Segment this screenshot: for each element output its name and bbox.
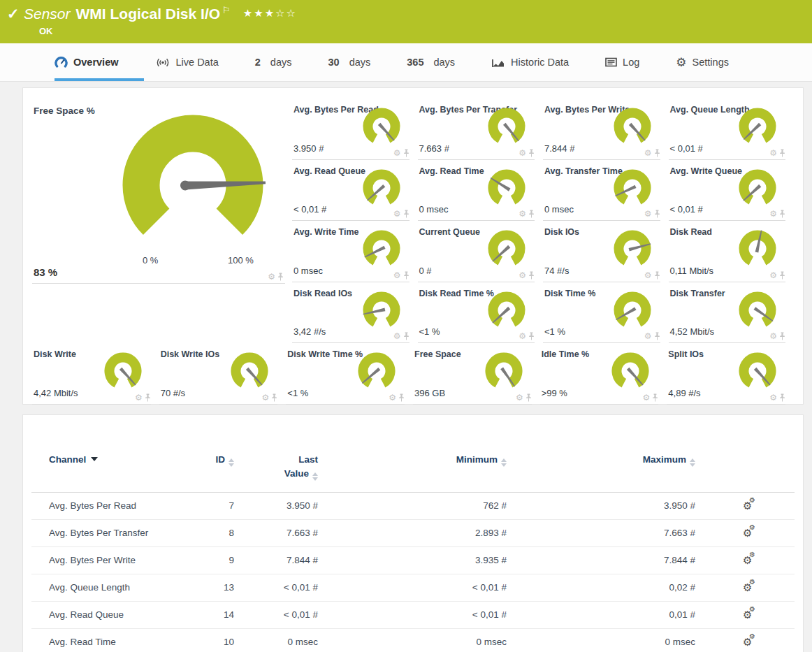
pin-icon[interactable] bbox=[654, 210, 660, 218]
gauge-label: Disk Write bbox=[34, 349, 76, 359]
gear-icon[interactable]: ⚙ bbox=[519, 149, 526, 157]
gear-icon[interactable]: ⚙ bbox=[389, 393, 396, 402]
channel-table-body: Avg. Bytes Per Read 7 3.950 # 762 # 3.95… bbox=[31, 492, 795, 652]
gauge-value: 0 # bbox=[419, 266, 432, 276]
tab-day-count: 365 bbox=[407, 57, 423, 68]
tab-historic-data[interactable]: Historic Data bbox=[491, 57, 569, 68]
pin-icon[interactable] bbox=[779, 210, 785, 218]
gauge-label: Disk Transfer bbox=[670, 289, 725, 298]
gauge-value: <1 % bbox=[544, 326, 565, 337]
status-badge: OK bbox=[39, 26, 53, 36]
pin-icon[interactable] bbox=[277, 273, 284, 281]
table-row: Avg. Read Queue 14 < 0,01 # < 0,01 # 0,0… bbox=[31, 601, 795, 628]
area-chart-icon bbox=[491, 57, 505, 68]
live-data-icon bbox=[155, 57, 171, 68]
pin-icon[interactable] bbox=[403, 210, 409, 218]
gear-icon[interactable]: ⚙ bbox=[519, 210, 526, 218]
gear-icon[interactable]: ⚙ bbox=[644, 149, 652, 157]
gear-icon[interactable]: ⚙ bbox=[393, 149, 401, 157]
gear-icon[interactable]: ⚙ bbox=[135, 393, 143, 402]
pin-icon[interactable] bbox=[528, 210, 535, 218]
gear-icon[interactable]: ⚙ bbox=[769, 149, 777, 157]
gauge-cell: Disk Write Time % <1 % ⚙ bbox=[286, 343, 413, 405]
gauge-dial bbox=[737, 352, 778, 392]
gauge-value: < 0,01 # bbox=[670, 143, 703, 154]
gear-icon[interactable]: ⚙ bbox=[393, 271, 401, 280]
pin-icon[interactable] bbox=[528, 271, 535, 280]
pin-icon[interactable] bbox=[654, 332, 660, 340]
gear-icon[interactable]: ⚙ bbox=[769, 332, 777, 340]
pin-icon[interactable] bbox=[652, 393, 658, 402]
log-icon bbox=[605, 57, 617, 67]
pin-icon[interactable] bbox=[525, 393, 532, 402]
column-header-minimum[interactable]: Minimum bbox=[318, 444, 507, 492]
channel-settings-icon[interactable]: ⚙⚙ bbox=[743, 555, 752, 565]
gauge-dial bbox=[737, 107, 778, 147]
pin-icon[interactable] bbox=[779, 271, 785, 280]
priority-stars[interactable]: ★★★☆☆ bbox=[243, 7, 297, 19]
pin-icon[interactable] bbox=[403, 271, 409, 280]
tab-365-days[interactable]: 365 days bbox=[407, 57, 455, 68]
pin-icon[interactable] bbox=[398, 393, 405, 402]
column-header-id[interactable]: ID bbox=[192, 444, 234, 492]
channel-id: 13 bbox=[192, 574, 234, 601]
gear-icon[interactable]: ⚙ bbox=[519, 271, 526, 280]
pin-icon[interactable] bbox=[145, 393, 151, 402]
gear-icon[interactable]: ⚙ bbox=[769, 393, 777, 402]
gear-icon[interactable]: ⚙ bbox=[644, 332, 652, 340]
sort-caret-icon bbox=[91, 457, 98, 461]
gear-icon[interactable]: ⚙ bbox=[769, 210, 777, 218]
gear-icon[interactable]: ⚙ bbox=[393, 332, 401, 340]
pin-icon[interactable] bbox=[779, 393, 785, 402]
gear-icon[interactable]: ⚙ bbox=[262, 393, 270, 402]
pin-icon[interactable] bbox=[528, 332, 535, 340]
pin-icon[interactable] bbox=[271, 393, 277, 402]
gear-icon[interactable]: ⚙ bbox=[643, 393, 651, 402]
tab-30-days[interactable]: 30 days bbox=[328, 57, 370, 68]
tab-label: Historic Data bbox=[511, 57, 569, 68]
gauge-value: <1 % bbox=[419, 326, 440, 337]
gauge-dial bbox=[611, 107, 653, 147]
stars-empty: ☆☆ bbox=[275, 7, 297, 19]
pin-icon[interactable] bbox=[779, 332, 785, 340]
pin-icon[interactable] bbox=[403, 149, 409, 157]
channel-settings-icon[interactable]: ⚙⚙ bbox=[743, 500, 752, 511]
gauge-row-bottom: Disk Write 4,42 Mbit/s ⚙ Disk Write IOs … bbox=[32, 343, 794, 405]
gear-icon[interactable]: ⚙ bbox=[519, 332, 526, 340]
gear-icon[interactable]: ⚙ bbox=[769, 271, 777, 280]
primary-gauge-cell: Free Space % 0 % 100 % 83 % ⚙ bbox=[32, 99, 292, 284]
tab-live-data[interactable]: Live Data bbox=[155, 57, 219, 68]
column-header-channel[interactable]: Channel bbox=[31, 444, 192, 492]
pin-icon[interactable] bbox=[779, 149, 785, 157]
tab-log[interactable]: Log bbox=[605, 57, 639, 68]
flag-icon[interactable]: ⚐ bbox=[222, 5, 231, 15]
gear-icon[interactable]: ⚙ bbox=[644, 210, 652, 218]
gauge-cell: Avg. Bytes Per Transfer 7.663 # ⚙ bbox=[418, 99, 544, 160]
pin-icon[interactable] bbox=[654, 149, 660, 157]
channel-settings-icon[interactable]: ⚙⚙ bbox=[743, 528, 752, 538]
pin-icon[interactable] bbox=[528, 149, 535, 157]
tab-2-days[interactable]: 2 days bbox=[255, 57, 292, 68]
gauge-dial bbox=[483, 352, 525, 392]
tab-overview[interactable]: Overview bbox=[55, 57, 119, 68]
gauge-cell: Avg. Write Time 0 msec ⚙ bbox=[292, 221, 418, 282]
channel-settings-icon[interactable]: ⚙⚙ bbox=[743, 582, 752, 593]
pin-icon[interactable] bbox=[654, 271, 660, 280]
tab-settings[interactable]: ⚙ Settings bbox=[676, 57, 729, 68]
tab-label: Settings bbox=[693, 57, 729, 68]
tab-label: days bbox=[270, 57, 292, 68]
column-header-last-value[interactable]: Last Value bbox=[234, 444, 318, 492]
gauge-value: 7.663 # bbox=[419, 143, 449, 154]
gear-icon[interactable]: ⚙ bbox=[516, 393, 523, 402]
gauge-dial bbox=[609, 352, 651, 392]
channel-settings-icon[interactable]: ⚙⚙ bbox=[743, 609, 752, 620]
gear-icon[interactable]: ⚙ bbox=[268, 273, 275, 281]
column-header-maximum[interactable]: Maximum bbox=[507, 444, 695, 492]
gear-icon[interactable]: ⚙ bbox=[644, 271, 652, 280]
pin-icon[interactable] bbox=[403, 332, 409, 340]
gear-icon[interactable]: ⚙ bbox=[393, 210, 401, 218]
active-tab-underline bbox=[55, 78, 144, 81]
channel-minimum: 3.935 # bbox=[318, 546, 507, 574]
gauge-cell: Split IOs 4,89 #/s ⚙ bbox=[667, 343, 794, 405]
channel-settings-icon[interactable]: ⚙⚙ bbox=[743, 637, 752, 647]
